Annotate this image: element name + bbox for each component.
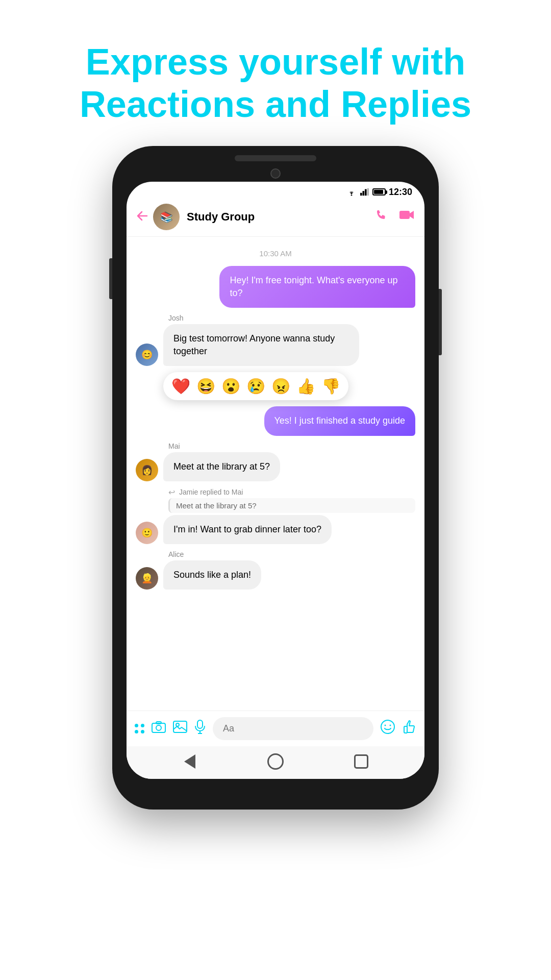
message-group-alice: Alice 👱 Sounds like a plan! (136, 550, 415, 590)
message-group-josh: Josh 😊 Big test tomorrow! Anyone wanna s… (136, 314, 415, 366)
msg-row-mai: 👩 Meet at the library at 5? (136, 452, 415, 481)
message-input[interactable] (213, 717, 373, 740)
reaction-laugh[interactable]: 😆 (196, 377, 215, 395)
avatar-jamie: 🙂 (136, 522, 158, 544)
status-time: 12:30 (389, 187, 412, 198)
sender-mai: Mai (168, 442, 415, 450)
svg-rect-11 (197, 720, 203, 728)
wifi-icon (346, 188, 357, 196)
phone-side-btn-left (109, 258, 112, 299)
message-outgoing-1: Hey! I'm free tonight. What's everyone u… (136, 266, 415, 308)
nav-recent-button[interactable] (352, 752, 370, 771)
bubble-alice: Sounds like a plan! (163, 560, 261, 590)
svg-rect-9 (173, 721, 187, 732)
message-outgoing-2: Yes! I just finished a study guide (136, 406, 415, 435)
avatar-alice: 👱 (136, 567, 158, 590)
messages-area: 10:30 AM Hey! I'm free tonight. What's e… (127, 237, 424, 710)
camera-button[interactable] (152, 721, 166, 737)
chat-timestamp: 10:30 AM (136, 249, 415, 258)
reaction-bar-wrapper: ❤️ 😆 😮 😢 😠 👍 👎 (136, 372, 415, 400)
svg-rect-5 (399, 211, 410, 219)
svg-rect-1 (360, 193, 362, 195)
bubble-out-1: Hey! I'm free tonight. What's everyone u… (219, 266, 415, 308)
msg-row-josh: 😊 Big test tomorrow! Anyone wanna study … (136, 324, 415, 366)
avatar-josh: 😊 (136, 344, 158, 366)
headline: Express yourself with Reactions and Repl… (49, 41, 502, 126)
call-button[interactable] (374, 208, 388, 225)
phone-screen: 12:30 📚 Study Group (127, 182, 424, 779)
chat-header: 📚 Study Group (127, 198, 424, 237)
signal-icon (360, 188, 369, 196)
status-icons: 12:30 (346, 187, 412, 198)
svg-rect-4 (367, 188, 369, 195)
nav-home-button[interactable] (266, 752, 285, 771)
svg-rect-3 (365, 189, 367, 196)
status-bar: 12:30 (127, 182, 424, 198)
image-button[interactable] (173, 721, 187, 737)
svg-point-10 (176, 723, 179, 726)
svg-point-16 (390, 724, 391, 726)
input-bar (127, 710, 424, 746)
reaction-thumbsup[interactable]: 👍 (296, 377, 315, 395)
reply-arrow-icon: ↩ (168, 487, 175, 497)
thumbsup-button[interactable] (402, 720, 416, 738)
phone-nav-bar (127, 746, 424, 779)
svg-point-15 (385, 724, 386, 726)
svg-point-7 (156, 725, 161, 730)
reaction-bar: ❤️ 😆 😮 😢 😠 👍 👎 (163, 372, 348, 400)
bubble-out-2: Yes! I just finished a study guide (264, 406, 416, 435)
message-group-jamie: ↩ Jamie replied to Mai Meet at the libra… (136, 487, 415, 544)
reaction-heart[interactable]: ❤️ (171, 377, 190, 395)
bubble-josh: Big test tomorrow! Anyone wanna study to… (163, 324, 359, 366)
sender-josh: Josh (168, 314, 415, 322)
bubble-jamie: I'm in! Want to grab dinner later too? (163, 515, 332, 544)
svg-rect-2 (362, 191, 364, 195)
reply-indicator: ↩ Jamie replied to Mai (168, 487, 415, 497)
msg-row-alice: 👱 Sounds like a plan! (136, 560, 415, 590)
svg-rect-6 (152, 723, 165, 732)
group-avatar: 📚 (153, 204, 180, 230)
phone-speaker (235, 155, 316, 161)
reaction-angry[interactable]: 😠 (271, 377, 290, 395)
back-button[interactable] (137, 209, 148, 225)
header-actions (374, 208, 414, 225)
video-button[interactable] (399, 208, 414, 225)
headline-line1: Express yourself with (86, 41, 465, 82)
chat-title: Study Group (187, 210, 374, 224)
reaction-sad[interactable]: 😢 (246, 377, 265, 395)
reply-label: Jamie replied to Mai (179, 488, 243, 496)
emoji-button[interactable] (381, 720, 395, 738)
phone-mockup: 12:30 📚 Study Group (112, 146, 439, 810)
headline-line2: Reactions and Replies (80, 84, 471, 125)
nav-back-button[interactable] (181, 752, 199, 771)
svg-point-14 (381, 720, 394, 733)
battery-icon (372, 188, 386, 195)
phone-camera (270, 168, 281, 179)
reaction-wow[interactable]: 😮 (221, 377, 240, 395)
avatar-mai: 👩 (136, 459, 158, 481)
bubble-mai: Meet at the library at 5? (163, 452, 280, 481)
phone-side-btn-right (439, 289, 442, 355)
more-options-button[interactable] (135, 724, 144, 733)
mic-button[interactable] (194, 720, 206, 738)
message-group-mai: Mai 👩 Meet at the library at 5? (136, 442, 415, 481)
reaction-thumbsdown[interactable]: 👎 (321, 377, 340, 395)
reply-preview: Meet at the library at 5? (168, 498, 415, 513)
svg-point-0 (351, 194, 353, 196)
sender-alice: Alice (168, 550, 415, 558)
msg-row-jamie: 🙂 I'm in! Want to grab dinner later too? (136, 515, 415, 544)
